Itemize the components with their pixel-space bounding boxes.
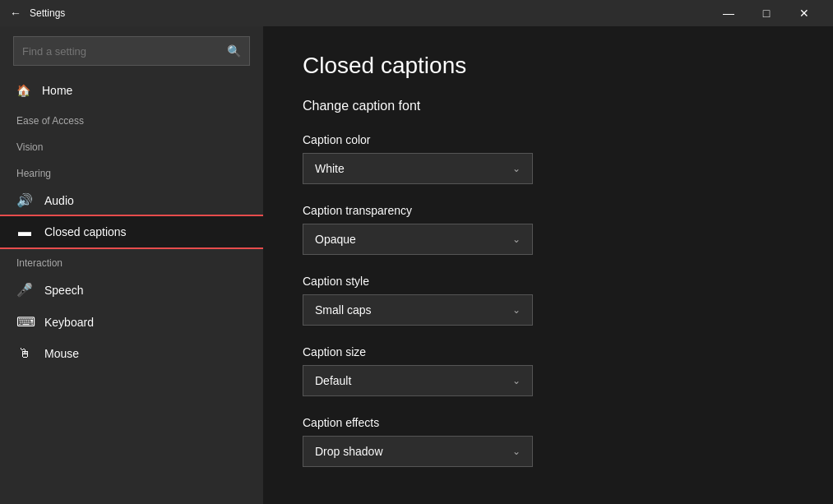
caption-style-value: Small caps [315,303,371,317]
sidebar: 🔍 🏠 Home Ease of Access Vision Hearing 🔊… [0,26,263,504]
setting-group-caption-effects: Caption effects Drop shadow ⌄ [303,416,794,467]
close-button[interactable]: ✕ [785,0,823,26]
search-icon: 🔍 [227,44,241,58]
caption-color-value: White [315,162,345,175]
page-subtitle: Change caption font [303,99,794,113]
keyboard-label: Keyboard [44,316,94,329]
search-input[interactable] [22,45,227,58]
setting-group-caption-color: Caption color White ⌄ [303,133,794,184]
section-hearing: Hearing [0,158,263,184]
caption-style-dropdown[interactable]: Small caps ⌄ [303,294,533,326]
mouse-icon: 🖱 [16,346,33,361]
title-bar: ← Settings — □ ✕ [0,0,833,26]
setting-group-caption-size: Caption size Default ⌄ [303,345,794,396]
caption-color-label: Caption color [303,133,794,146]
chevron-down-icon: ⌄ [512,446,521,457]
back-button[interactable]: ← [10,7,21,20]
caption-size-label: Caption size [303,345,794,358]
restore-button[interactable]: □ [747,0,785,26]
audio-icon: 🔊 [16,192,33,208]
setting-group-caption-transparency: Caption transparency Opaque ⌄ [303,204,794,255]
window-controls: — □ ✕ [710,0,823,26]
sidebar-item-closed-captions[interactable]: ▬ Closed captions [0,216,263,247]
chevron-down-icon: ⌄ [512,163,521,174]
sidebar-item-keyboard[interactable]: ⌨ Keyboard [0,306,263,338]
section-vision: Vision [0,132,263,158]
caption-effects-value: Drop shadow [315,445,383,458]
caption-transparency-value: Opaque [315,233,356,246]
caption-size-value: Default [315,374,351,387]
chevron-down-icon: ⌄ [512,304,521,316]
search-bar[interactable]: 🔍 [13,36,250,66]
section-interaction: Interaction [0,247,263,274]
caption-style-label: Caption style [303,275,794,288]
section-ease-of-access: Ease of Access [0,105,263,132]
content-area: Closed captions Change caption font Capt… [263,26,833,504]
setting-group-caption-style: Caption style Small caps ⌄ [303,275,794,326]
chevron-down-icon: ⌄ [512,375,521,386]
mouse-label: Mouse [44,347,79,360]
home-label: Home [42,84,72,97]
closed-captions-label: Closed captions [44,225,127,238]
keyboard-icon: ⌨ [16,314,33,330]
sidebar-item-audio[interactable]: 🔊 Audio [0,184,263,216]
caption-effects-dropdown[interactable]: Drop shadow ⌄ [303,436,533,467]
caption-transparency-dropdown[interactable]: Opaque ⌄ [303,224,533,255]
minimize-button[interactable]: — [710,0,747,26]
sidebar-item-mouse[interactable]: 🖱 Mouse [0,338,263,369]
main-layout: 🔍 🏠 Home Ease of Access Vision Hearing 🔊… [0,26,833,504]
sidebar-item-speech[interactable]: 🎤 Speech [0,274,263,306]
caption-size-dropdown[interactable]: Default ⌄ [303,365,533,396]
caption-color-dropdown[interactable]: White ⌄ [303,153,533,184]
speech-label: Speech [44,284,83,297]
caption-effects-label: Caption effects [303,416,794,429]
audio-label: Audio [44,194,74,207]
speech-icon: 🎤 [16,282,33,298]
app-title: Settings [30,7,710,19]
closed-captions-icon: ▬ [16,224,33,239]
home-icon: 🏠 [16,84,30,97]
page-title: Closed captions [303,53,794,79]
chevron-down-icon: ⌄ [512,234,521,245]
caption-transparency-label: Caption transparency [303,204,794,217]
sidebar-item-home[interactable]: 🏠 Home [0,76,263,105]
